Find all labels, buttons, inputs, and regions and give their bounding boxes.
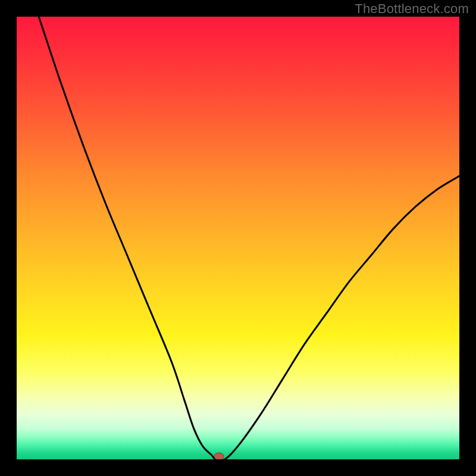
plot-area xyxy=(17,17,459,459)
minimum-marker xyxy=(214,453,224,459)
curve-svg xyxy=(17,17,459,459)
chart-frame: TheBottleneck.com xyxy=(0,0,476,476)
bottleneck-curve xyxy=(39,17,459,459)
watermark-text: TheBottleneck.com xyxy=(355,1,469,17)
